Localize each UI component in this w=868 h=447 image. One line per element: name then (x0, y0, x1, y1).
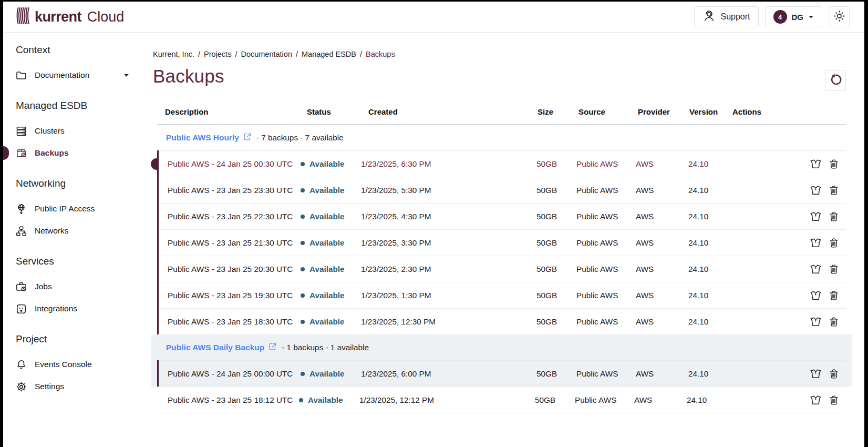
cell-status: Available (301, 265, 361, 274)
breadcrumb-item[interactable]: Documentation (241, 50, 292, 58)
status-dot-icon (301, 241, 305, 245)
sun-icon (833, 9, 846, 24)
restore-backup-button[interactable] (810, 263, 822, 275)
group-name-link[interactable]: Public AWS Daily Backup (166, 342, 277, 353)
delete-backup-button[interactable] (828, 184, 840, 196)
restore-backup-button[interactable] (810, 316, 822, 328)
delete-backup-button[interactable] (828, 289, 840, 301)
status-dot-icon (301, 320, 305, 324)
delete-backup-button[interactable] (828, 210, 840, 222)
status-dot-icon (301, 215, 305, 219)
refresh-icon (829, 73, 842, 88)
restore-backup-button[interactable] (810, 237, 822, 249)
sidebar-item-label: Public IP Access (35, 204, 95, 214)
table-row[interactable]: Public AWS - 23 Jan 25 18:30 UTCAvailabl… (159, 308, 846, 334)
cell-version: 24.10 (688, 265, 730, 274)
group-name-link[interactable]: Public AWS Hourly (166, 133, 252, 143)
group-header-row: Public AWS Daily Backup- 1 backups - 1 a… (157, 334, 846, 360)
cell-created: 1/23/2025, 12:12 PM (359, 395, 530, 405)
table-row[interactable]: Public AWS - 24 Jan 25 00:30 UTCAvailabl… (159, 150, 846, 177)
cell-source: Public AWS (576, 265, 636, 274)
status-label: Available (309, 369, 345, 379)
table-row[interactable]: Public AWS - 23 Jan 25 22:30 UTCAvailabl… (159, 203, 846, 229)
cell-description: Public AWS - 23 Jan 25 18:12 UTC (157, 395, 299, 405)
cell-description: Public AWS - 24 Jan 25 00:00 UTC (159, 369, 301, 379)
cell-source: Public AWS (576, 186, 636, 195)
table-row[interactable]: Public AWS - 23 Jan 25 20:30 UTCAvailabl… (159, 256, 846, 282)
sidebar-item-public-ip-access[interactable]: Public IP Access (15, 198, 139, 220)
external-link-icon (268, 342, 277, 353)
bell-icon (15, 359, 27, 371)
sidebar-item-networks[interactable]: Networks (15, 220, 139, 242)
delete-backup-button[interactable] (828, 237, 840, 249)
group-rows: Public AWS - 24 Jan 25 00:00 UTCAvailabl… (157, 360, 846, 387)
group-summary: - 7 backups - 7 available (256, 133, 344, 143)
breadcrumb: Kurrent, Inc./Projects/Documentation/Man… (153, 50, 846, 58)
column-header-source: Source (576, 107, 636, 116)
support-button[interactable]: Support (694, 6, 758, 27)
cell-size: 50GB (530, 395, 575, 405)
theme-toggle-button[interactable] (829, 6, 850, 27)
cell-version: 24.10 (688, 238, 730, 248)
table-row[interactable]: Public AWS - 23 Jan 25 19:30 UTCAvailabl… (159, 282, 846, 308)
top-bar: kurrent Cloud Support 4 DG (3, 2, 864, 33)
table-row[interactable]: Public AWS - 23 Jan 25 18:12 UTCAvailabl… (157, 387, 846, 413)
cell-size: 50GB (532, 265, 576, 274)
restore-backup-button[interactable] (810, 394, 822, 406)
restore-backup-button[interactable] (810, 184, 822, 196)
cell-created: 1/23/2025, 4:30 PM (361, 212, 532, 221)
delete-backup-button[interactable] (828, 394, 840, 406)
gear-icon (15, 381, 27, 393)
delete-backup-button[interactable] (828, 368, 840, 380)
cell-provider: AWS (636, 317, 688, 327)
table-row[interactable]: Public AWS - 24 Jan 25 00:00 UTCAvailabl… (159, 360, 846, 387)
folder-icon (15, 69, 27, 82)
cell-version: 24.10 (687, 395, 729, 405)
status-label: Available (309, 317, 345, 327)
sidebar-item-jobs[interactable]: Jobs (15, 276, 139, 298)
restore-backup-button[interactable] (810, 158, 822, 170)
cell-status: Available (301, 238, 361, 248)
sidebar-item-label: Clusters (35, 126, 65, 136)
column-header-created: Created (361, 107, 532, 116)
cell-created: 1/23/2025, 1:30 PM (361, 291, 532, 300)
sidebar-item-clusters[interactable]: Clusters (15, 120, 139, 142)
refresh-button[interactable] (825, 70, 846, 91)
sidebar-item-documentation[interactable]: Documentation (15, 64, 139, 86)
column-header-provider: Provider (636, 107, 688, 116)
restore-backup-button[interactable] (810, 210, 822, 222)
clusters-icon (15, 125, 27, 137)
restore-backup-button[interactable] (810, 368, 822, 380)
table-row[interactable]: Public AWS - 23 Jan 25 21:30 UTCAvailabl… (159, 229, 846, 256)
cell-status: Available (301, 317, 361, 327)
cell-size: 50GB (532, 212, 576, 221)
sidebar-section: ProjectEvents ConsoleSettings (15, 333, 139, 398)
sidebar-item-events-console[interactable]: Events Console (15, 353, 139, 375)
cell-actions (730, 158, 846, 170)
chevron-down-icon (123, 74, 129, 77)
column-header-size: Size (532, 107, 576, 116)
sidebar-item-settings[interactable]: Settings (15, 375, 139, 398)
cell-status: Available (299, 395, 359, 405)
delete-backup-button[interactable] (828, 263, 840, 275)
sidebar-item-backups[interactable]: Backups (15, 142, 139, 164)
table-row[interactable]: Public AWS - 23 Jan 25 23:30 UTCAvailabl… (159, 177, 846, 203)
delete-backup-button[interactable] (828, 316, 840, 328)
cell-status: Available (301, 369, 361, 379)
sidebar-item-integrations[interactable]: Integrations (15, 298, 139, 320)
brand-logo[interactable]: kurrent Cloud (16, 6, 124, 27)
sidebar-section: NetworkingPublic IP AccessNetworks (15, 178, 139, 242)
breadcrumb-item[interactable]: Kurrent, Inc. (153, 50, 194, 58)
column-header-desc: Description (159, 107, 301, 116)
breadcrumb-item[interactable]: Projects (204, 50, 231, 58)
status-label: Available (308, 395, 343, 405)
restore-backup-button[interactable] (810, 289, 822, 301)
delete-backup-button[interactable] (828, 158, 840, 170)
status-dot-icon (301, 162, 305, 166)
sidebar-section: ContextDocumentation (15, 44, 139, 86)
user-menu-button[interactable]: 4 DG (765, 6, 823, 27)
cell-created: 1/23/2025, 6:30 PM (361, 159, 532, 169)
cell-size: 50GB (532, 369, 576, 379)
cell-status: Available (301, 212, 361, 221)
breadcrumb-item[interactable]: Managed ESDB (302, 50, 356, 58)
